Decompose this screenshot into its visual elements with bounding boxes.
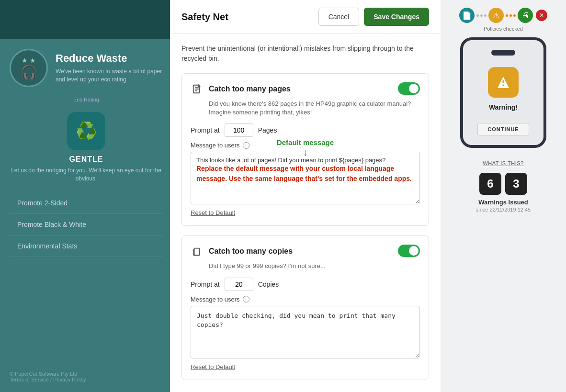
card2-desc: Did I type 99 or 999 copies? I'm not sur… [209, 262, 420, 270]
modal-header: Safety Net Cancel Save Changes [170, 0, 441, 34]
score-tile-3: 3 [505, 173, 527, 195]
policy-icon-doc: 📄 [459, 8, 475, 23]
sidebar: ★ ★ 🎧 Reduce Waste We've been known to w… [0, 39, 172, 392]
card2-prompt-unit: Copies [258, 280, 279, 288]
card2-message-textarea[interactable] [191, 306, 420, 358]
phone-notch [491, 50, 515, 56]
card1-prompt-unit: Pages [258, 126, 277, 134]
card2-reset-link[interactable]: Reset to Default [191, 363, 235, 370]
gentle-icon: ♻️ [67, 112, 105, 150]
dot-line-1 [476, 14, 487, 17]
dot [480, 14, 483, 17]
card1-title-row: Catch too many pages [191, 82, 291, 96]
eco-icon: 🎧 [21, 64, 37, 80]
policies-label: Policies checked [484, 26, 523, 32]
reduce-waste-desc: We've been known to waste a bit of paper… [56, 67, 163, 84]
footer-privacy[interactable]: Privacy Policy [53, 377, 86, 382]
gentle-title: GENTLE [69, 155, 103, 164]
default-arrow: ↓ [303, 147, 308, 158]
card2-message-label: Message to users i [191, 296, 420, 303]
card1-desc: Did you know there's 862 pages in the HP… [209, 100, 420, 117]
eco-badge-inner: ★ ★ 🎧 [21, 56, 37, 80]
footer-company: © PaperCut Software Pty Ltd [10, 371, 77, 377]
sidebar-item-promote-2sided[interactable]: Promote 2-Sided [10, 192, 163, 214]
score-row: 6 3 [479, 173, 527, 195]
footer-terms[interactable]: Terms of Service [10, 377, 49, 382]
modal-title: Safety Net [181, 11, 228, 22]
eco-badge: ★ ★ 🎧 [10, 49, 48, 87]
eco-rating-section: ★ ★ 🎧 Reduce Waste We've been known to w… [10, 49, 163, 87]
svg-rect-1 [194, 248, 200, 256]
policy-check-row: 📄 ⚠ 🖨 ✕ [448, 8, 558, 23]
card1-header: Catch too many pages [191, 82, 420, 96]
right-panel: 📄 ⚠ 🖨 ✕ Policies checked Warning! CONTIN… [441, 0, 566, 392]
phone-mockup: Warning! CONTINUE [460, 37, 546, 148]
divider [470, 117, 537, 117]
card1-title: Catch too many pages [209, 85, 291, 93]
card1-reset-link[interactable]: Reset to Default [191, 209, 235, 216]
footer: © PaperCut Software Pty Ltd Terms of Ser… [10, 371, 86, 382]
score-tile-6: 6 [479, 173, 501, 195]
card2-prompt-input[interactable] [225, 278, 253, 291]
dot [476, 14, 479, 17]
what-is-link[interactable]: WHAT IS THIS? [483, 160, 523, 166]
page-icon [191, 82, 204, 96]
card2-message-wrap [191, 306, 420, 360]
warnings-sub: since 22/12/2019 12:45 [476, 207, 531, 213]
card1-message-wrap: Default message ↓ This looks like a lot … [191, 152, 420, 206]
gentle-section: ♻️ GENTLE Let us do the nudging for you.… [10, 112, 163, 183]
save-button[interactable]: Save Changes [364, 8, 429, 26]
card1-message-textarea[interactable] [191, 152, 420, 204]
warning-label: Warning! [489, 103, 518, 111]
modal-description: Prevent the unintentional (or intentiona… [181, 44, 429, 64]
continue-button[interactable]: CONTINUE [477, 123, 529, 135]
reduce-waste-title: Reduce Waste [56, 52, 163, 65]
dot-orange [506, 14, 508, 17]
card-too-many-copies: Catch too many copies Did I type 99 or 9… [181, 235, 429, 380]
dot-orange [509, 14, 512, 17]
card1-toggle[interactable] [398, 82, 420, 95]
card2-toggle[interactable] [398, 245, 420, 257]
card2-prompt-label: Prompt at [191, 280, 220, 288]
modal-panel: Safety Net Cancel Save Changes Prevent t… [170, 0, 441, 392]
gentle-desc: Let us do the nudging for you. We'll kee… [10, 167, 163, 183]
card2-title-row: Catch too many copies [191, 245, 293, 258]
default-message-label: Default message [277, 138, 334, 146]
card1-prompt-input[interactable] [225, 123, 253, 137]
policy-icon-print: 🖨 [518, 8, 533, 23]
policy-icon-warning: ⚠ [488, 8, 504, 23]
sidebar-item-env-stats[interactable]: Environmental Stats [10, 235, 163, 257]
warning-icon [488, 67, 519, 98]
modal-body: Prevent the unintentional (or intentiona… [170, 34, 441, 392]
message-info-icon[interactable]: i [243, 142, 249, 149]
toggle-thumb [409, 84, 419, 93]
dot-orange [513, 14, 516, 17]
card1-prompt-row: Prompt at Pages [191, 123, 420, 137]
eco-label: Eco Rating [10, 97, 163, 102]
card2-prompt-row: Prompt at Copies [191, 278, 420, 291]
sidebar-item-promote-bw[interactable]: Promote Black & White [10, 214, 163, 235]
card1-prompt-label: Prompt at [191, 126, 220, 134]
message-info-icon-2[interactable]: i [243, 296, 249, 302]
card2-header: Catch too many copies [191, 245, 420, 258]
header-buttons: Cancel Save Changes [318, 8, 429, 26]
stars-row: ★ ★ [22, 56, 36, 64]
policy-icon-cancel: ✕ [536, 10, 547, 21]
dot [484, 14, 487, 17]
nav-items: Promote 2-Sided Promote Black & White En… [10, 192, 163, 257]
warnings-label: Warnings Issued [478, 199, 528, 206]
eco-text: Reduce Waste We've been known to waste a… [56, 52, 163, 84]
card-too-many-pages: Catch too many pages Did you know there'… [181, 73, 429, 226]
dot-line-2 [506, 14, 516, 17]
card2-title: Catch too many copies [209, 247, 293, 256]
copies-icon [191, 245, 204, 258]
cancel-button[interactable]: Cancel [318, 8, 360, 26]
